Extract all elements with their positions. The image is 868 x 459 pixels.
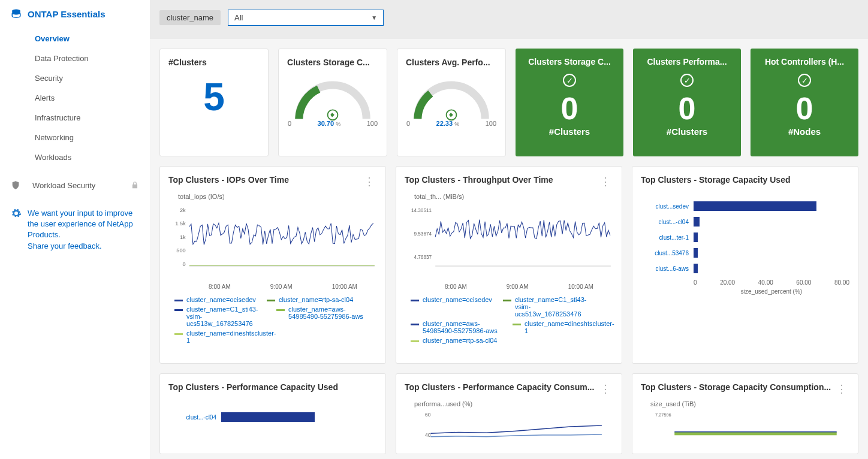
dashboard-content: #Clusters 5 Clusters Storage C... 0 [150,39,868,459]
legend-item[interactable]: cluster_name=aws-54985490-55275986-aws [411,320,502,334]
legend-item[interactable]: cluster_name=aws-54985490-55275986-aws [276,306,367,327]
legend-item[interactable]: cluster_name=rtp-sa-cl04 [267,296,353,303]
svg-text:4.76837: 4.76837 [414,255,432,260]
kpi-value: 5 [168,71,260,125]
y-axis-label: total_iops (IO/s) [178,193,377,200]
filter-select-value: All [234,13,243,22]
kpi-title: Clusters Storage C... [524,57,615,67]
check-circle-icon: ✓ [680,74,694,87]
gauge-min: 0 [406,120,410,127]
gear-icon [11,208,22,219]
bar-label[interactable]: clust...53476 [641,250,689,256]
bar-label[interactable]: clust...-cl04 [641,219,689,225]
svg-text:1.5k: 1.5k [175,221,186,227]
kpi-card-storage-alert[interactable]: Clusters Storage C... ✓ 0 #Clusters [516,49,623,156]
bar-row: clust...-cl04 [641,217,849,227]
y-axis-label: size_used (TiB) [650,400,849,407]
panel-menu-button[interactable]: ⋮ [598,175,613,188]
panel-title: Top Clusters - Performance Capacity Cons… [405,382,594,392]
sidebar-item-data-protection[interactable]: Data Protection [0,49,150,68]
area-chart[interactable]: 7.27596 [641,410,849,437]
workload-security-label: Workload Security [32,181,95,190]
sidebar-item-alerts[interactable]: Alerts [0,88,150,108]
panel-title: Top Clusters - Storage Capacity Used [641,175,790,185]
panel-menu-button[interactable]: ⋮ [598,382,613,395]
kpi-title: Clusters Avg. Perfo... [406,58,497,67]
sidebar-item-overview[interactable]: Overview [0,29,150,49]
bar-chart[interactable]: clust...sedevclust...-cl04clust...ter-1c… [641,201,849,273]
bar-label[interactable]: clust...ter-1 [641,234,689,241]
sidebar-item-workloads[interactable]: Workloads [0,147,150,167]
bar-row: clust...53476 [641,248,849,258]
y-axis-label: total_th... (MiB/s) [414,193,613,200]
legend: cluster_name=ocisedevcluster_name=C1_sti… [405,296,613,344]
bar-label[interactable]: clust...sedev [641,203,689,210]
kpi-card-performance-alert[interactable]: Clusters Performa... ✓ 0 #Clusters [633,49,741,156]
check-circle-icon: ✓ [798,74,811,87]
x-axis-label: size_used_percent (%) [694,288,849,295]
panel-menu-button[interactable]: ⋮ [361,175,377,188]
panel-title: Top Clusters - Performance Capacity Used [168,382,338,392]
svg-text:7.27596: 7.27596 [655,412,671,418]
kpi-card-storage-capacity[interactable]: Clusters Storage C... 0 30.70 % 100 [278,49,387,156]
gauge-max: 100 [486,120,496,127]
sidebar-item-networking[interactable]: Networking [0,128,150,147]
nav-list: OverviewData ProtectionSecurityAlertsInf… [0,29,150,167]
sidebar-item-infrastructure[interactable]: Infrastructure [0,108,150,128]
kpi-card-clusters-count[interactable]: #Clusters 5 [159,49,269,156]
kpi-card-avg-performance[interactable]: Clusters Avg. Perfo... 0 22.33 % 100 [397,49,506,156]
filter-select-cluster-name[interactable]: All ▼ [228,10,384,26]
kpi-title: #Clusters [168,58,260,67]
legend-item[interactable]: cluster_name=dineshtscluster-1 [174,330,266,344]
gauge-icon [288,77,378,122]
svg-text:2k: 2k [180,207,186,213]
gauge-value: 30.70 [318,120,334,127]
kpi-value: 0 [759,93,850,124]
legend-item[interactable]: cluster_name=C1_sti43-vsim-ucs513w_16782… [503,296,594,318]
x-axis-ticks: 020.0040.0060.0080.00 [694,279,849,286]
feedback-link[interactable]: We want your input to improve the user e… [0,198,150,261]
kpi-card-hot-controllers[interactable]: Hot Controllers (H... ✓ 0 #Nodes [751,49,858,156]
gauge-value: 22.33 [436,120,453,127]
legend-item[interactable]: cluster_name=ocisedev [411,296,492,318]
kpi-value: 0 [524,93,615,124]
bar-label[interactable]: clust...-cl04 [168,414,216,421]
legend-item[interactable]: cluster_name=rtp-sa-cl04 [411,337,497,344]
svg-text:1k: 1k [180,234,186,240]
panel-menu-button[interactable]: ⋮ [834,382,849,395]
legend-item[interactable]: cluster_name=dineshtscluster-1 [513,320,604,334]
gauge-max: 100 [367,120,378,127]
panel-throughput: Top Clusters - Throughput Over Time ⋮ to… [396,166,622,364]
legend-item[interactable]: cluster_name=ocisedev [174,296,256,303]
line-chart[interactable]: 60 40 [405,410,613,443]
bar-row: clust...6-aws [641,264,849,273]
svg-rect-17 [674,432,836,436]
legend: cluster_name=ocisedevcluster_name=rtp-sa… [168,296,377,344]
panel-performance-capacity-used: Top Clusters - Performance Capacity Used… [159,373,386,454]
kpi-title: Hot Controllers (H... [759,57,850,67]
chevron-down-icon: ▼ [371,14,377,21]
sidebar: ONTAP Essentials OverviewData Protection… [0,0,150,459]
panel-storage-capacity-used: Top Clusters - Storage Capacity Used clu… [632,166,858,364]
bar-label[interactable]: clust...6-aws [641,265,689,272]
shield-icon [11,180,20,190]
panel-performance-capacity-consumption: Top Clusters - Performance Capacity Cons… [396,373,622,454]
sidebar-item-workload-security[interactable]: Workload Security [0,172,150,198]
line-chart[interactable]: 2k 1.5k 1k 500 0 [168,203,377,280]
line-chart[interactable]: 14.30511 9.53674 4.76837 [405,203,613,280]
bar-row: clust...ter-1 [641,232,849,242]
main: cluster_name All ▼ #Clusters 5 Clusters … [150,0,868,459]
filter-chip-cluster-name[interactable]: cluster_name [159,10,221,25]
panel-title: Top Clusters - Storage Capacity Consumpt… [641,382,831,392]
lock-icon [131,181,139,189]
legend-item[interactable]: cluster_name=C1_sti43-vsim-ucs513w_16782… [174,306,266,327]
panel-iops: Top Clusters - IOPs Over Time ⋮ total_io… [159,166,386,364]
bar-row: clust...sedev [641,201,849,211]
gauge-min: 0 [288,120,291,127]
sidebar-item-security[interactable]: Security [0,68,150,88]
kpi-title: Clusters Storage C... [287,58,378,67]
brand[interactable]: ONTAP Essentials [0,8,150,29]
brand-title: ONTAP Essentials [28,9,106,19]
feedback-text: We want your input to improve the user e… [28,208,139,252]
svg-text:60: 60 [425,412,431,418]
